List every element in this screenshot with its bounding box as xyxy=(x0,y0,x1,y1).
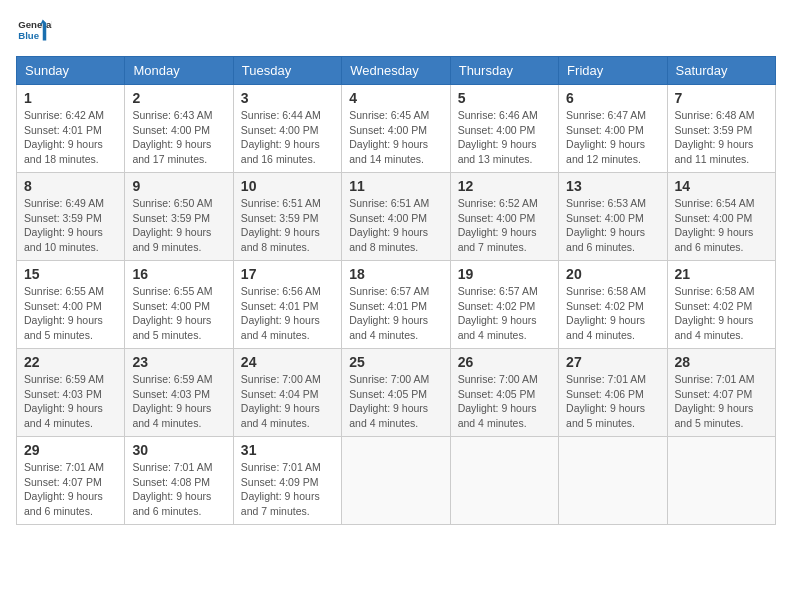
day-info: Sunrise: 7:01 AMSunset: 4:07 PMDaylight:… xyxy=(24,460,117,519)
calendar-cell: 19Sunrise: 6:57 AMSunset: 4:02 PMDayligh… xyxy=(450,261,558,349)
day-number: 13 xyxy=(566,178,659,194)
day-number: 29 xyxy=(24,442,117,458)
day-info: Sunrise: 6:55 AMSunset: 4:00 PMDaylight:… xyxy=(24,284,117,343)
calendar-cell: 7Sunrise: 6:48 AMSunset: 3:59 PMDaylight… xyxy=(667,85,775,173)
calendar-cell: 10Sunrise: 6:51 AMSunset: 3:59 PMDayligh… xyxy=(233,173,341,261)
calendar-cell xyxy=(450,437,558,525)
day-number: 18 xyxy=(349,266,442,282)
day-number: 7 xyxy=(675,90,768,106)
day-info: Sunrise: 6:59 AMSunset: 4:03 PMDaylight:… xyxy=(24,372,117,431)
page-header: General Blue xyxy=(16,16,776,44)
day-info: Sunrise: 7:01 AMSunset: 4:08 PMDaylight:… xyxy=(132,460,225,519)
weekday-header-wednesday: Wednesday xyxy=(342,57,450,85)
day-info: Sunrise: 7:01 AMSunset: 4:09 PMDaylight:… xyxy=(241,460,334,519)
day-info: Sunrise: 6:51 AMSunset: 3:59 PMDaylight:… xyxy=(241,196,334,255)
calendar-table: SundayMondayTuesdayWednesdayThursdayFrid… xyxy=(16,56,776,525)
day-info: Sunrise: 6:46 AMSunset: 4:00 PMDaylight:… xyxy=(458,108,551,167)
day-number: 11 xyxy=(349,178,442,194)
day-number: 22 xyxy=(24,354,117,370)
day-info: Sunrise: 7:00 AMSunset: 4:04 PMDaylight:… xyxy=(241,372,334,431)
weekday-header-monday: Monday xyxy=(125,57,233,85)
logo-icon: General Blue xyxy=(16,16,52,44)
calendar-cell: 27Sunrise: 7:01 AMSunset: 4:06 PMDayligh… xyxy=(559,349,667,437)
day-number: 16 xyxy=(132,266,225,282)
day-number: 14 xyxy=(675,178,768,194)
day-number: 20 xyxy=(566,266,659,282)
day-info: Sunrise: 7:00 AMSunset: 4:05 PMDaylight:… xyxy=(458,372,551,431)
day-info: Sunrise: 6:50 AMSunset: 3:59 PMDaylight:… xyxy=(132,196,225,255)
calendar-cell: 13Sunrise: 6:53 AMSunset: 4:00 PMDayligh… xyxy=(559,173,667,261)
calendar-cell: 14Sunrise: 6:54 AMSunset: 4:00 PMDayligh… xyxy=(667,173,775,261)
calendar-cell: 9Sunrise: 6:50 AMSunset: 3:59 PMDaylight… xyxy=(125,173,233,261)
calendar-cell xyxy=(667,437,775,525)
day-number: 27 xyxy=(566,354,659,370)
day-number: 10 xyxy=(241,178,334,194)
day-number: 6 xyxy=(566,90,659,106)
day-info: Sunrise: 6:49 AMSunset: 3:59 PMDaylight:… xyxy=(24,196,117,255)
day-number: 31 xyxy=(241,442,334,458)
day-number: 2 xyxy=(132,90,225,106)
calendar-cell: 3Sunrise: 6:44 AMSunset: 4:00 PMDaylight… xyxy=(233,85,341,173)
day-number: 23 xyxy=(132,354,225,370)
calendar-cell xyxy=(342,437,450,525)
day-info: Sunrise: 6:59 AMSunset: 4:03 PMDaylight:… xyxy=(132,372,225,431)
calendar-cell: 16Sunrise: 6:55 AMSunset: 4:00 PMDayligh… xyxy=(125,261,233,349)
weekday-header-friday: Friday xyxy=(559,57,667,85)
day-number: 9 xyxy=(132,178,225,194)
day-number: 17 xyxy=(241,266,334,282)
calendar-cell: 5Sunrise: 6:46 AMSunset: 4:00 PMDaylight… xyxy=(450,85,558,173)
day-info: Sunrise: 6:53 AMSunset: 4:00 PMDaylight:… xyxy=(566,196,659,255)
day-number: 28 xyxy=(675,354,768,370)
calendar-cell: 23Sunrise: 6:59 AMSunset: 4:03 PMDayligh… xyxy=(125,349,233,437)
calendar-cell xyxy=(559,437,667,525)
day-number: 26 xyxy=(458,354,551,370)
calendar-cell: 26Sunrise: 7:00 AMSunset: 4:05 PMDayligh… xyxy=(450,349,558,437)
day-number: 5 xyxy=(458,90,551,106)
day-number: 19 xyxy=(458,266,551,282)
logo: General Blue xyxy=(16,16,56,44)
calendar-cell: 1Sunrise: 6:42 AMSunset: 4:01 PMDaylight… xyxy=(17,85,125,173)
svg-text:General: General xyxy=(18,19,52,30)
calendar-cell: 29Sunrise: 7:01 AMSunset: 4:07 PMDayligh… xyxy=(17,437,125,525)
day-info: Sunrise: 6:44 AMSunset: 4:00 PMDaylight:… xyxy=(241,108,334,167)
day-info: Sunrise: 6:58 AMSunset: 4:02 PMDaylight:… xyxy=(566,284,659,343)
calendar-cell: 28Sunrise: 7:01 AMSunset: 4:07 PMDayligh… xyxy=(667,349,775,437)
weekday-header-sunday: Sunday xyxy=(17,57,125,85)
calendar-cell: 31Sunrise: 7:01 AMSunset: 4:09 PMDayligh… xyxy=(233,437,341,525)
calendar-cell: 22Sunrise: 6:59 AMSunset: 4:03 PMDayligh… xyxy=(17,349,125,437)
day-info: Sunrise: 6:55 AMSunset: 4:00 PMDaylight:… xyxy=(132,284,225,343)
day-number: 30 xyxy=(132,442,225,458)
day-number: 8 xyxy=(24,178,117,194)
day-info: Sunrise: 7:00 AMSunset: 4:05 PMDaylight:… xyxy=(349,372,442,431)
calendar-week-4: 22Sunrise: 6:59 AMSunset: 4:03 PMDayligh… xyxy=(17,349,776,437)
calendar-week-3: 15Sunrise: 6:55 AMSunset: 4:00 PMDayligh… xyxy=(17,261,776,349)
day-info: Sunrise: 6:52 AMSunset: 4:00 PMDaylight:… xyxy=(458,196,551,255)
day-number: 25 xyxy=(349,354,442,370)
calendar-cell: 25Sunrise: 7:00 AMSunset: 4:05 PMDayligh… xyxy=(342,349,450,437)
day-info: Sunrise: 7:01 AMSunset: 4:07 PMDaylight:… xyxy=(675,372,768,431)
day-number: 12 xyxy=(458,178,551,194)
day-number: 24 xyxy=(241,354,334,370)
weekday-header-thursday: Thursday xyxy=(450,57,558,85)
calendar-week-5: 29Sunrise: 7:01 AMSunset: 4:07 PMDayligh… xyxy=(17,437,776,525)
day-info: Sunrise: 6:43 AMSunset: 4:00 PMDaylight:… xyxy=(132,108,225,167)
day-info: Sunrise: 6:48 AMSunset: 3:59 PMDaylight:… xyxy=(675,108,768,167)
day-info: Sunrise: 6:54 AMSunset: 4:00 PMDaylight:… xyxy=(675,196,768,255)
day-number: 21 xyxy=(675,266,768,282)
calendar-header-row: SundayMondayTuesdayWednesdayThursdayFrid… xyxy=(17,57,776,85)
day-info: Sunrise: 7:01 AMSunset: 4:06 PMDaylight:… xyxy=(566,372,659,431)
calendar-cell: 11Sunrise: 6:51 AMSunset: 4:00 PMDayligh… xyxy=(342,173,450,261)
calendar-cell: 2Sunrise: 6:43 AMSunset: 4:00 PMDaylight… xyxy=(125,85,233,173)
day-info: Sunrise: 6:58 AMSunset: 4:02 PMDaylight:… xyxy=(675,284,768,343)
calendar-cell: 8Sunrise: 6:49 AMSunset: 3:59 PMDaylight… xyxy=(17,173,125,261)
calendar-cell: 30Sunrise: 7:01 AMSunset: 4:08 PMDayligh… xyxy=(125,437,233,525)
calendar-cell: 17Sunrise: 6:56 AMSunset: 4:01 PMDayligh… xyxy=(233,261,341,349)
svg-text:Blue: Blue xyxy=(18,30,39,41)
day-number: 1 xyxy=(24,90,117,106)
weekday-header-saturday: Saturday xyxy=(667,57,775,85)
day-number: 3 xyxy=(241,90,334,106)
day-info: Sunrise: 6:57 AMSunset: 4:01 PMDaylight:… xyxy=(349,284,442,343)
calendar-cell: 4Sunrise: 6:45 AMSunset: 4:00 PMDaylight… xyxy=(342,85,450,173)
day-info: Sunrise: 6:57 AMSunset: 4:02 PMDaylight:… xyxy=(458,284,551,343)
day-info: Sunrise: 6:47 AMSunset: 4:00 PMDaylight:… xyxy=(566,108,659,167)
